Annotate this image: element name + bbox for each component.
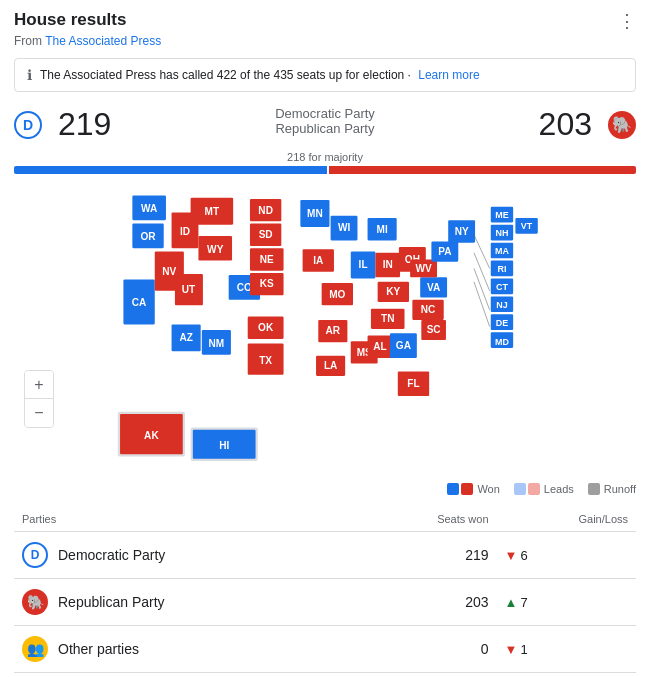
ap-link[interactable]: The Associated Press — [45, 34, 161, 48]
leads-dem-swatch — [514, 483, 526, 495]
svg-text:RI: RI — [497, 264, 506, 274]
svg-text:MO: MO — [329, 289, 345, 300]
svg-text:UT: UT — [182, 284, 196, 295]
svg-text:TX: TX — [259, 355, 272, 366]
party-name-cell: Other parties — [58, 641, 139, 657]
party-name-cell: Democratic Party — [58, 547, 165, 563]
svg-text:ME: ME — [495, 210, 508, 220]
zoom-controls: + − — [24, 370, 54, 428]
seats-cell: 219 — [353, 532, 496, 579]
results-table: Parties Seats won Gain/Loss D Democratic… — [14, 507, 636, 673]
svg-text:MI: MI — [377, 224, 388, 235]
parties-header: D 219 Democratic Party Republican Party … — [14, 106, 636, 143]
svg-text:MN: MN — [307, 208, 323, 219]
svg-text:NY: NY — [455, 226, 469, 237]
svg-text:MT: MT — [205, 206, 220, 217]
runoff-label: Runoff — [604, 483, 636, 495]
svg-text:WA: WA — [141, 203, 158, 214]
rep-count: 203 — [539, 106, 592, 143]
svg-line-98 — [474, 253, 490, 291]
page-title: House results — [14, 10, 126, 30]
svg-text:WY: WY — [207, 244, 224, 255]
col-header-parties: Parties — [14, 507, 353, 532]
svg-text:NH: NH — [495, 228, 508, 238]
more-options-icon[interactable]: ⋮ — [618, 10, 636, 32]
svg-text:MA: MA — [495, 246, 509, 256]
svg-text:NM: NM — [209, 338, 225, 349]
svg-text:IN: IN — [383, 259, 393, 270]
info-text: The Associated Press has called 422 of t… — [40, 68, 480, 82]
svg-text:HI: HI — [219, 440, 229, 451]
runoff-swatch — [588, 483, 600, 495]
svg-line-97 — [474, 235, 490, 269]
svg-text:CA: CA — [132, 297, 147, 308]
party-cell: 👥 Other parties — [14, 626, 353, 673]
svg-text:IL: IL — [359, 259, 368, 270]
col-header-gain-loss: Gain/Loss — [497, 507, 636, 532]
rep-progress — [329, 166, 636, 174]
zoom-out-button[interactable]: − — [25, 399, 53, 427]
svg-text:NE: NE — [260, 254, 274, 265]
party-cell: 🐘 Republican Party — [14, 579, 353, 626]
party-name-cell: Republican Party — [58, 594, 165, 610]
svg-text:NV: NV — [162, 266, 176, 277]
svg-text:AZ: AZ — [179, 332, 192, 343]
loss-arrow: ▼ — [505, 548, 518, 563]
svg-text:DE: DE — [496, 318, 508, 328]
svg-text:OK: OK — [258, 322, 274, 333]
rep-table-icon: 🐘 — [22, 589, 48, 615]
svg-text:SC: SC — [427, 324, 441, 335]
legend: Won Leads Runoff — [14, 483, 636, 495]
svg-text:AK: AK — [144, 430, 159, 441]
table-row: 🐘 Republican Party 203 ▲ 7 — [14, 579, 636, 626]
svg-text:IA: IA — [313, 255, 324, 266]
zoom-in-button[interactable]: + — [25, 371, 53, 399]
svg-text:FL: FL — [407, 378, 419, 389]
gain-loss-cell: ▼ 6 — [497, 532, 636, 579]
other-table-icon: 👥 — [22, 636, 48, 662]
leads-label: Leads — [544, 483, 574, 495]
rep-party-icon: 🐘 — [608, 111, 636, 139]
progress-bar-container — [14, 166, 636, 174]
svg-text:VT: VT — [521, 221, 533, 231]
gain-loss-value: 6 — [520, 548, 527, 563]
dem-progress — [14, 166, 327, 174]
svg-text:WI: WI — [338, 222, 351, 233]
source-attribution: From The Associated Press — [14, 34, 636, 48]
loss-arrow: ▼ — [505, 642, 518, 657]
gain-loss-cell: ▲ 7 — [497, 579, 636, 626]
party-cell: D Democratic Party — [14, 532, 353, 579]
svg-text:OR: OR — [140, 231, 156, 242]
svg-text:CT: CT — [496, 282, 508, 292]
progress-bar — [14, 166, 636, 174]
seats-cell: 203 — [353, 579, 496, 626]
dem-count: 219 — [58, 106, 111, 143]
us-map: WA OR CA NV ID MT WY UT AZ — [14, 190, 636, 470]
svg-text:NC: NC — [421, 304, 436, 315]
svg-text:CO: CO — [237, 282, 252, 293]
won-label: Won — [477, 483, 499, 495]
gain-loss-cell: ▼ 1 — [497, 626, 636, 673]
svg-text:KS: KS — [260, 278, 274, 289]
info-banner: ℹ The Associated Press has called 422 of… — [14, 58, 636, 92]
majority-label: 218 for majority — [14, 151, 636, 163]
learn-more-link[interactable]: Learn more — [418, 68, 479, 82]
svg-text:AL: AL — [373, 341, 386, 352]
won-rep-swatch — [461, 483, 473, 495]
table-row: 👥 Other parties 0 ▼ 1 — [14, 626, 636, 673]
svg-text:ND: ND — [258, 205, 273, 216]
dem-table-icon: D — [22, 542, 48, 568]
svg-text:SD: SD — [259, 229, 273, 240]
gain-loss-value: 7 — [520, 595, 527, 610]
svg-text:VA: VA — [427, 282, 441, 293]
gain-arrow: ▲ — [505, 595, 518, 610]
svg-text:PA: PA — [438, 246, 452, 257]
svg-text:TN: TN — [381, 313, 394, 324]
svg-text:GA: GA — [396, 340, 412, 351]
svg-text:ID: ID — [180, 226, 190, 237]
legend-leads: Leads — [514, 483, 574, 495]
legend-won: Won — [447, 483, 499, 495]
won-dem-swatch — [447, 483, 459, 495]
leads-rep-swatch — [528, 483, 540, 495]
info-icon: ℹ — [27, 67, 32, 83]
